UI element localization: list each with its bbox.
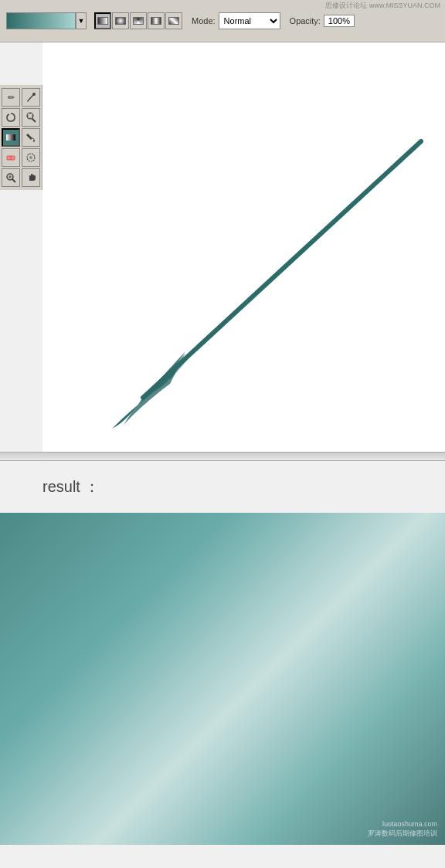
watermark-top: 思修设计论坛 www.MISSYUAN.COM [325,2,440,11]
tool-row-5 [2,168,40,187]
tool-gradient[interactable] [2,128,20,147]
canvas-svg [42,42,445,452]
radial-gradient-button[interactable] [112,12,129,29]
gradient-style-buttons [94,12,182,29]
svg-point-0 [32,93,36,96]
result-label: result ： [42,478,100,495]
tool-blur[interactable] [22,148,40,167]
tool-lasso[interactable] [2,108,20,127]
tool-row-2 [2,108,40,127]
diamond-gradient-button[interactable] [165,12,182,29]
tool-eraser[interactable] [2,148,20,167]
tool-paint-bucket[interactable] [22,128,40,147]
svg-line-1 [32,118,36,122]
gradient-color-bar[interactable] [6,12,76,29]
toolbar: 思修设计论坛 www.MISSYUAN.COM ▼ Mode: Normal D… [0,0,445,42]
tool-hand[interactable] [22,168,40,187]
result-image: luotaoshuma.com 罗涛数码后期修图培训 [0,513,445,845]
opacity-label: Opacity: [290,16,321,25]
tool-brush[interactable] [22,88,40,107]
result-area: result ： [0,461,445,513]
canvas-area[interactable] [42,42,445,452]
mode-label: Mode: [192,16,216,25]
angle-gradient-button[interactable] [130,12,147,29]
main-area: ✏ [0,42,445,452]
tool-row-3 [2,128,40,147]
svg-rect-7 [6,134,15,141]
reflect-gradient-button[interactable] [148,12,165,29]
svg-point-12 [29,156,32,159]
tool-row-4 [2,148,40,167]
tool-zoom[interactable] [2,168,20,187]
linear-gradient-button[interactable] [94,12,111,29]
tools-panel: ✏ [0,85,42,190]
opacity-value: 100% [324,15,355,27]
mode-select[interactable]: Normal Dissolve Multiply Screen Overlay [219,12,280,29]
svg-line-14 [12,179,15,182]
tool-pencil[interactable]: ✏ [2,88,20,107]
tool-row-1: ✏ [2,88,40,107]
svg-line-8 [32,138,34,139]
gradient-dropdown-arrow[interactable]: ▼ [76,12,87,29]
gradient-stroke-arrow [112,141,421,429]
tool-magic-wand[interactable] [22,108,40,127]
divider [0,452,445,461]
watermark-bottom: luotaoshuma.com 罗涛数码后期修图培训 [368,819,437,839]
